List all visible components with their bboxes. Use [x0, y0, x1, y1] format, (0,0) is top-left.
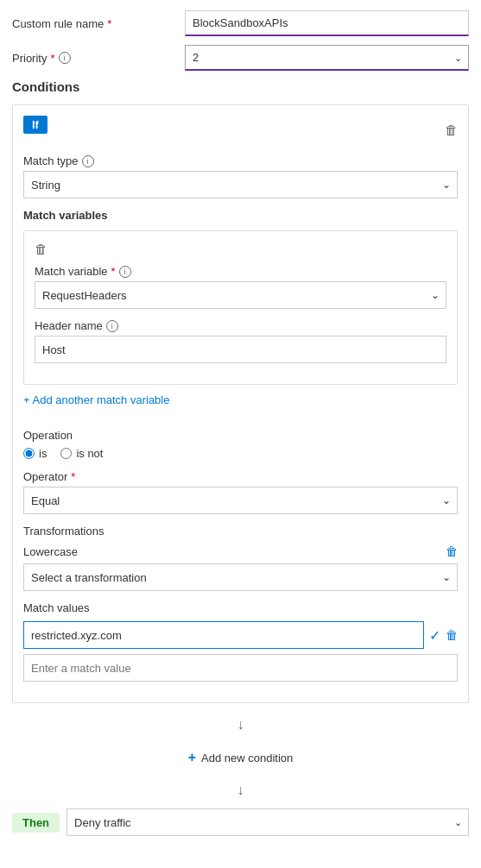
if-badge: If: [23, 116, 47, 134]
header-name-label: Header name: [35, 319, 103, 332]
match-variable-info-icon[interactable]: i: [119, 266, 131, 278]
priority-label: Priority: [12, 52, 47, 65]
operator-field: Operator * Equal Contains StartsWith End…: [23, 470, 458, 514]
match-value-input-1[interactable]: [23, 621, 424, 649]
match-variables-section: Match variables 🗑 Match variable * i Req…: [23, 209, 458, 418]
then-row: Then Allow traffic Deny traffic Log only…: [12, 808, 469, 836]
match-variable-delete-icon[interactable]: 🗑: [35, 242, 47, 256]
add-condition-label: Add new condition: [201, 752, 293, 764]
operation-is-option[interactable]: is: [23, 447, 47, 460]
operation-radio-group: is is not: [23, 447, 458, 460]
transformations-label: Transformations: [23, 525, 458, 538]
match-type-dropdown: String IP Address GeoMatch ⌄: [23, 171, 458, 198]
operator-dropdown: Equal Contains StartsWith EndsWith Regex…: [23, 487, 458, 514]
header-name-field: Header name i: [35, 319, 446, 363]
match-variable-select[interactable]: RequestHeaders RequestUri RequestBody Qu…: [35, 281, 446, 309]
conditions-title: Conditions: [12, 79, 469, 94]
match-value-input-2[interactable]: [23, 654, 458, 682]
match-values-section: Match values ✓ 🗑: [23, 601, 458, 682]
custom-rule-name-required: *: [107, 17, 111, 30]
operation-section: Operation is is not: [23, 429, 458, 460]
priority-select-wrapper: 1 2 3 4 5 ⌄: [185, 45, 469, 71]
match-value-row-2: [23, 654, 458, 682]
transformation-delete-icon[interactable]: 🗑: [446, 544, 458, 558]
select-transformation-dropdown: Select a transformation Lowercase Upperc…: [23, 563, 458, 591]
then-action-select[interactable]: Allow traffic Deny traffic Log only: [66, 808, 469, 836]
match-type-select[interactable]: String IP Address GeoMatch: [23, 171, 458, 198]
match-variable-card: 🗑 Match variable * i RequestHeaders Requ…: [23, 230, 458, 385]
operation-is-not-option[interactable]: is not: [60, 447, 103, 460]
add-condition-plus-icon: +: [188, 750, 196, 765]
priority-required: *: [50, 52, 54, 65]
match-type-field: Match type i String IP Address GeoMatch …: [23, 154, 458, 198]
header-name-input[interactable]: [35, 336, 446, 363]
match-type-info-icon[interactable]: i: [82, 155, 94, 167]
header-name-info-icon[interactable]: i: [106, 320, 118, 332]
operator-required: *: [71, 470, 75, 483]
match-value-check-icon: ✓: [429, 627, 440, 644]
operation-label: Operation: [23, 429, 458, 442]
match-variable-required: *: [111, 265, 116, 278]
transformation-tag: Lowercase: [23, 545, 78, 558]
then-action-wrapper: Allow traffic Deny traffic Log only ⌄: [66, 808, 469, 836]
match-values-label: Match values: [23, 601, 458, 614]
priority-select[interactable]: 1 2 3 4 5: [185, 45, 469, 71]
arrow-connector-1: ↓: [12, 717, 469, 733]
match-type-label: Match type: [23, 154, 79, 167]
transformations-section: Transformations Lowercase 🗑 Select a tra…: [23, 525, 458, 591]
match-variables-title: Match variables: [23, 209, 458, 222]
operation-is-not-label: is not: [76, 447, 103, 460]
custom-rule-name-input[interactable]: [185, 10, 469, 36]
if-delete-icon[interactable]: 🗑: [445, 123, 458, 137]
select-transformation-select[interactable]: Select a transformation Lowercase Upperc…: [23, 563, 458, 591]
operation-is-not-radio[interactable]: [60, 448, 72, 459]
add-match-variable-label: + Add another match variable: [23, 393, 169, 406]
operator-select[interactable]: Equal Contains StartsWith EndsWith Regex: [23, 487, 458, 514]
add-match-variable-link[interactable]: + Add another match variable: [23, 393, 169, 406]
match-variable-label: Match variable: [35, 265, 108, 278]
priority-info-icon[interactable]: i: [59, 52, 71, 64]
operation-is-radio[interactable]: [23, 448, 35, 459]
operation-is-label: is: [39, 447, 47, 460]
custom-rule-name-label: Custom rule name: [12, 17, 104, 30]
operator-label: Operator: [23, 470, 67, 483]
match-variable-field: Match variable * i RequestHeaders Reques…: [35, 265, 446, 309]
match-variable-dropdown: RequestHeaders RequestUri RequestBody Qu…: [35, 281, 446, 309]
match-value-delete-icon[interactable]: 🗑: [446, 628, 458, 642]
conditions-box: If 🗑 Match type i String IP Address GeoM…: [12, 104, 469, 703]
then-badge: Then: [12, 813, 60, 833]
add-condition-button[interactable]: + Add new condition: [12, 743, 469, 772]
arrow-connector-2: ↓: [12, 783, 469, 798]
transformation-item: Lowercase 🗑: [23, 544, 458, 558]
match-value-row-1: ✓ 🗑: [23, 621, 458, 649]
